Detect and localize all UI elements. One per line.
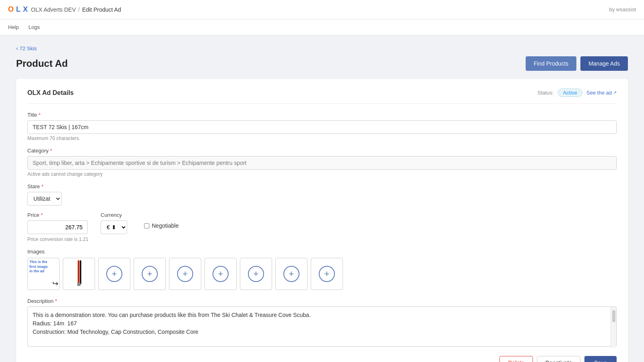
breadcrumb: OLX Adverts DEV / Edit Product Ad (31, 6, 121, 13)
title-required: * (39, 112, 41, 118)
price-field-group: Price * Currency € ⬍ Negotiable Price co… (27, 212, 617, 242)
price-section: Price * (27, 212, 88, 234)
add-image-slot-3[interactable]: + (169, 258, 201, 290)
add-plus-icon-7: + (324, 269, 330, 278)
title-input[interactable] (27, 120, 617, 134)
first-image-arrow-icon: ↪ (52, 279, 58, 288)
add-image-slot-4[interactable]: + (204, 258, 237, 290)
category-field-group: Category * Active ads cannot change cate… (27, 148, 617, 177)
see-ad-link[interactable]: See the ad ↗ (586, 90, 617, 96)
currency-section: Currency € ⬍ (101, 212, 127, 234)
images-label: Images (27, 249, 617, 255)
delete-button[interactable]: Delete (500, 356, 533, 362)
images-row: This is thefirst imagein the ad ↪ + (27, 258, 617, 290)
back-arrow-icon: ‹ (16, 45, 18, 51)
page-header-actions: Find Products Manage Ads (526, 56, 628, 71)
see-ad-text: See the ad (586, 90, 612, 96)
currency-label: Currency (101, 212, 127, 218)
add-image-slot-2[interactable]: + (134, 258, 166, 290)
price-input[interactable] (27, 220, 88, 234)
top-bar: OLX OLX Adverts DEV / Edit Product Ad by… (0, 0, 644, 19)
description-textarea[interactable]: This is a demonstration store. You can p… (27, 306, 617, 347)
category-label: Category * (27, 148, 617, 154)
add-plus-icon-4: + (218, 269, 223, 278)
card-header: OLX Ad Details Status: Active See the ad… (27, 88, 617, 104)
back-label: 72 Skis (20, 45, 37, 51)
description-wrap: This is a demonstration store. You can p… (27, 306, 617, 348)
stare-required: * (41, 183, 43, 189)
top-bar-right: by wsassist (609, 6, 636, 12)
title-label: Title * (27, 112, 617, 118)
scrollbar-thumb (612, 310, 615, 322)
external-link-icon: ↗ (613, 90, 617, 95)
category-input (27, 156, 617, 170)
add-image-slot-6[interactable]: + (275, 258, 308, 290)
negotiable-wrap: Negotiable (144, 222, 179, 229)
images-section: Images This is thefirst imagein the ad ↪ (27, 249, 617, 290)
breadcrumb-separator: / (78, 6, 80, 13)
status-area: Status: Active See the ad ↗ (537, 88, 617, 97)
status-label: Status: (537, 90, 553, 96)
price-hint: Price conversion rate is 1.21 (27, 237, 617, 242)
ski-image-slot[interactable] (63, 258, 95, 290)
action-buttons: Delete Deactivate Save (27, 356, 617, 362)
stare-label: Stare * (27, 183, 617, 189)
first-image-label: This is thefirst imagein the ad (29, 260, 48, 274)
currency-select[interactable]: € ⬍ (101, 220, 127, 234)
add-plus-icon-3: + (183, 269, 188, 278)
price-required: * (41, 212, 43, 218)
add-image-circle-4: + (213, 266, 229, 282)
add-image-circle-2: + (142, 266, 158, 282)
add-image-circle-6: + (283, 266, 299, 282)
breadcrumb-current: Edit Product Ad (82, 6, 121, 13)
card-title: OLX Ad Details (27, 89, 74, 97)
negotiable-label: Negotiable (152, 222, 179, 229)
add-image-slot-5[interactable]: + (240, 258, 272, 290)
find-products-button[interactable]: Find Products (526, 56, 576, 71)
stare-select[interactable]: Utilizat (27, 192, 62, 206)
add-plus-icon-6: + (289, 269, 294, 278)
svg-rect-0 (78, 260, 79, 284)
add-plus-icon-2: + (147, 269, 153, 278)
page-header: Product Ad Find Products Manage Ads (16, 56, 628, 71)
add-image-circle-7: + (319, 266, 335, 282)
status-badge: Active (558, 88, 582, 97)
add-image-circle-3: + (177, 266, 193, 282)
svg-rect-2 (77, 283, 80, 286)
add-image-circle-1: + (106, 266, 122, 282)
ski-svg (74, 259, 84, 288)
card: OLX Ad Details Status: Active See the ad… (16, 79, 628, 362)
secondary-nav: Help Logs (0, 19, 644, 35)
manage-ads-button[interactable]: Manage Ads (580, 56, 628, 71)
title-hint: Maximum 70 characters. (27, 136, 617, 141)
deactivate-button[interactable]: Deactivate (537, 356, 580, 362)
nav-logs[interactable]: Logs (29, 24, 40, 30)
description-field-group: Description * This is a demonstration st… (27, 298, 617, 348)
title-field-group: Title * Maximum 70 characters. (27, 112, 617, 141)
add-plus-icon-1: + (112, 269, 117, 278)
brand-name: OLX Adverts DEV (31, 6, 76, 13)
logo-o: O (8, 5, 14, 14)
price-label: Price * (27, 212, 88, 218)
negotiable-checkbox[interactable] (144, 223, 149, 228)
logo: OLX (8, 5, 28, 14)
main-content: ‹ 72 Skis Product Ad Find Products Manag… (0, 35, 644, 362)
desc-required: * (55, 298, 57, 304)
add-plus-icon-5: + (254, 269, 259, 278)
stare-field-group: Stare * Utilizat (27, 183, 617, 206)
scrollbar (611, 307, 616, 348)
back-link[interactable]: ‹ 72 Skis (16, 45, 628, 51)
save-button[interactable]: Save (584, 356, 617, 362)
first-image-slot[interactable]: This is thefirst imagein the ad ↪ (27, 258, 60, 290)
logo-x: X (23, 5, 28, 14)
svg-rect-1 (80, 260, 81, 284)
description-label: Description * (27, 298, 617, 304)
nav-help[interactable]: Help (8, 24, 19, 30)
add-image-slot-1[interactable]: + (98, 258, 130, 290)
category-hint: Active ads cannot change category (27, 171, 617, 177)
logo-l: L (16, 5, 21, 14)
category-required: * (50, 148, 52, 154)
page-title: Product Ad (16, 58, 68, 69)
top-bar-left: OLX OLX Adverts DEV / Edit Product Ad (8, 5, 121, 14)
add-image-slot-7[interactable]: + (311, 258, 343, 290)
